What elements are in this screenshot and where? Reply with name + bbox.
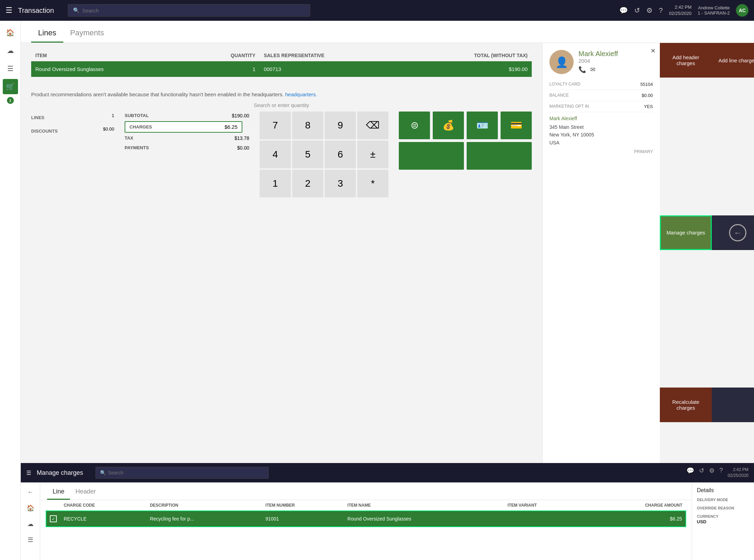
mc-table-area: CHARGE CODE DESCRIPTION ITEM NUMBER ITEM…: [40, 500, 692, 560]
mc-details-title: Details: [697, 487, 749, 494]
mc-tab-line[interactable]: Line: [47, 486, 70, 500]
mc-hamburger[interactable]: ☰: [26, 470, 31, 476]
action-wide-right[interactable]: [467, 142, 532, 170]
customer-close-button[interactable]: ✕: [650, 47, 656, 55]
back-tile[interactable]: ←: [712, 215, 754, 250]
numpad-3[interactable]: 3: [325, 170, 356, 197]
time-display: 2:42 PM: [669, 4, 691, 10]
hamburger-icon[interactable]: ☰: [6, 6, 12, 15]
mc-checkbox[interactable]: ✓: [50, 515, 57, 522]
settings-icon[interactable]: ⚙: [646, 6, 653, 15]
mc-cell-check: ✓: [46, 511, 60, 527]
chat-icon[interactable]: 💬: [619, 6, 628, 15]
table-row[interactable]: Round Oversized Sunglasses 1 000713 $190…: [31, 61, 532, 77]
action-row-2: [399, 142, 532, 170]
mc-search-icon: 🔍: [100, 470, 106, 475]
mc-override-reason: OVERRIDE REASON: [697, 506, 749, 510]
mc-details-panel: Details DELIVERY MODE OVERRIDE REASON CU…: [692, 482, 754, 560]
sidebar-cloud-icon[interactable]: ☁: [3, 43, 18, 58]
mc-cell-item-num: 91001: [262, 511, 344, 527]
numpad-9[interactable]: 9: [325, 112, 356, 139]
app-title: Transaction: [18, 7, 54, 15]
sidebar-menu-icon[interactable]: ☰: [3, 61, 18, 76]
balance-row: BALANCE $0.00: [549, 90, 653, 101]
user-location: 1 - SANFRAN-2: [698, 10, 730, 16]
equals-btn[interactable]: ⊜: [399, 112, 430, 139]
mc-col-charge-amount: CHARGE AMOUNT: [586, 500, 686, 511]
numpad-2[interactable]: 2: [292, 170, 323, 197]
mc-refresh-icon[interactable]: ↺: [699, 467, 704, 479]
left-sidebar: 🏠 ☁ ☰ 🛒 1: [0, 21, 21, 560]
numpad-star[interactable]: *: [357, 170, 388, 197]
add-line-charges-tile[interactable]: Add line charges: [712, 43, 754, 78]
numpad-6[interactable]: 6: [325, 141, 356, 168]
mc-table-row[interactable]: ✓ RECYCLE Recycling fee for p... 91001 R…: [46, 511, 686, 527]
numpad-8[interactable]: 8: [292, 112, 323, 139]
cell-total: $190.00: [403, 61, 532, 77]
mc-search-input[interactable]: [108, 470, 264, 475]
refresh-icon[interactable]: ↺: [634, 6, 640, 15]
marketing-row: MARKETING OPT IN YES: [549, 101, 653, 112]
cart-badge: 1: [7, 97, 14, 104]
mc-content: ← 🏠 ☁ ☰ Line Header: [21, 482, 754, 560]
search-icon: 🔍: [73, 7, 80, 14]
search-qty: Search or enter quantity: [31, 99, 532, 112]
main-layout: 🏠 ☁ ☰ 🛒 1 Lines Payments ITEM QUANTITY: [0, 21, 754, 560]
numpad-1[interactable]: 1: [260, 170, 291, 197]
mc-icons: 💬 ↺ ⚙ ? 2:42 PM 02/25/2020: [686, 467, 748, 479]
balance-label: BALANCE: [549, 93, 569, 98]
phone-icon[interactable]: 📞: [578, 66, 586, 73]
mc-tabs: Line Header: [40, 482, 692, 500]
mc-search-bar[interactable]: 🔍: [96, 467, 269, 479]
sidebar-cart-icon[interactable]: 🛒: [3, 79, 18, 94]
mc-back-icon[interactable]: ←: [24, 485, 37, 499]
action-wide-left[interactable]: [399, 142, 464, 170]
mc-cell-item-name: Round Oversized Sunglasses: [344, 511, 504, 527]
user-avatar[interactable]: AC: [736, 4, 748, 17]
mc-help-icon[interactable]: ?: [719, 467, 723, 479]
numpad-backspace[interactable]: ⌫: [357, 112, 388, 139]
numpad-plusminus[interactable]: ±: [357, 141, 388, 168]
time-block: 2:42 PM 02/25/2020: [669, 4, 691, 17]
mc-cell-variant: [504, 511, 586, 527]
headquarters-link[interactable]: headquarters.: [285, 91, 317, 97]
mc-cloud-icon[interactable]: ☁: [24, 517, 37, 531]
recalculate-charges-tile[interactable]: Recalculate charges: [660, 388, 712, 422]
numpad-7[interactable]: 7: [260, 112, 291, 139]
col-qty: QUANTITY: [191, 50, 260, 61]
cell-item: Round Oversized Sunglasses: [31, 61, 191, 77]
charges-label: CHARGES: [129, 124, 152, 130]
tab-payments[interactable]: Payments: [63, 26, 111, 43]
mc-col-item-name: ITEM NAME: [344, 500, 504, 511]
charges-value: $6.25: [224, 124, 237, 130]
email-icon[interactable]: ✉: [590, 66, 595, 73]
mc-chat-icon[interactable]: 💬: [686, 467, 694, 479]
mc-home-icon[interactable]: 🏠: [24, 501, 37, 515]
mc-settings-icon[interactable]: ⚙: [709, 467, 715, 479]
add-header-charges-tile[interactable]: Add header charges: [660, 43, 712, 78]
col-rep: SALES REPRESENTATIVE: [260, 50, 403, 61]
search-input[interactable]: [82, 8, 305, 14]
mc-tab-header[interactable]: Header: [70, 486, 101, 500]
customer-link[interactable]: Mark Alexieff: [549, 116, 653, 121]
mc-top-bar: ☰ Manage charges 🔍 💬 ↺ ⚙ ? 2:42 PM 02/25…: [21, 463, 754, 482]
mc-menu-icon[interactable]: ☰: [24, 533, 37, 547]
numpad-5[interactable]: 5: [292, 141, 323, 168]
action-buttons: ⊜ 💰 🪪 💳: [399, 112, 532, 170]
coin-btn[interactable]: 💰: [433, 112, 464, 139]
charges-highlight-box: CHARGES $6.25: [125, 121, 242, 133]
help-icon[interactable]: ?: [659, 7, 663, 15]
wallet-btn[interactable]: 💳: [501, 112, 532, 139]
discounts-label: DISCOUNTS: [31, 126, 58, 136]
discounts-value: $0.00: [103, 126, 114, 136]
sidebar-home-icon[interactable]: 🏠: [3, 25, 18, 40]
mc-left-sidebar: ← 🏠 ☁ ☰: [21, 482, 40, 560]
manage-charges-tile[interactable]: Manage charges: [660, 215, 712, 250]
mc-cell-code: RECYCLE: [60, 511, 146, 527]
customer-photo: 👤: [549, 50, 574, 74]
card-btn[interactable]: 🪪: [467, 112, 498, 139]
numpad-4[interactable]: 4: [260, 141, 291, 168]
search-bar[interactable]: 🔍: [68, 4, 310, 17]
tab-lines[interactable]: Lines: [31, 26, 63, 43]
bottom-summary: LINES 1 DISCOUNTS $0.00 SUBTOTAL $190.00: [31, 112, 532, 197]
